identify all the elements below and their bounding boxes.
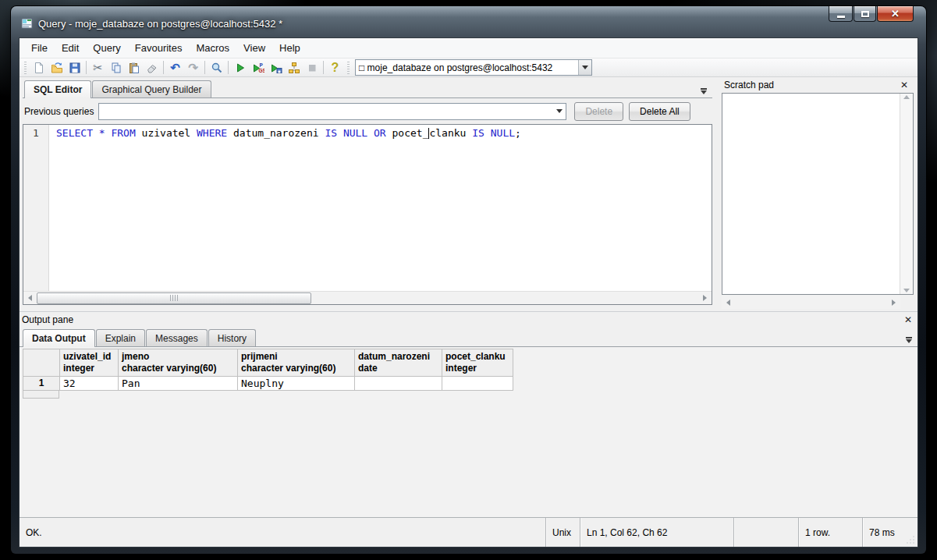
scratch-pad-input[interactable] <box>722 94 900 294</box>
toolbar-separator <box>86 61 87 74</box>
data-output-grid-area: uzivatel_idinteger jmenocharacter varyin… <box>20 347 917 517</box>
checkbox-glyph: □ <box>359 62 364 73</box>
delete-all-button[interactable]: Delete All <box>629 102 690 121</box>
tab-sql-editor[interactable]: SQL Editor <box>24 80 91 98</box>
tab-history[interactable]: History <box>208 329 256 346</box>
save-button[interactable] <box>66 59 83 76</box>
execute-query-button[interactable] <box>231 59 249 76</box>
previous-queries-combo[interactable] <box>98 103 566 120</box>
scratch-pad-title: Scratch pad <box>724 80 898 90</box>
scrollbar-thumb[interactable] <box>37 292 311 304</box>
sql-token: IS NULL OR <box>325 127 392 139</box>
tab-graphical-query-builder[interactable]: Graphical Query Builder <box>92 80 211 97</box>
menu-item-view[interactable]: View <box>236 40 272 56</box>
vertical-splitter[interactable] <box>715 77 722 311</box>
paste-icon <box>128 62 140 74</box>
grid-cell[interactable]: 32 <box>60 377 119 391</box>
clear-window-button[interactable] <box>143 59 161 76</box>
connection-combo-dropdown[interactable] <box>578 60 591 75</box>
menu-item-help[interactable]: Help <box>272 40 307 56</box>
tab-list-button[interactable] <box>698 88 709 94</box>
tab-list-button[interactable] <box>903 337 914 343</box>
redo-icon: ↷ <box>188 62 198 73</box>
execute-pgscript-button[interactable]: PGS <box>249 59 267 76</box>
grid-cell[interactable] <box>355 377 442 391</box>
arrow-right-icon <box>892 299 896 306</box>
sql-editor[interactable]: SELECT * FROM uzivatel WHERE datum_naroz… <box>49 125 712 291</box>
status-file-format: Unix <box>545 518 580 547</box>
toolbar-separator <box>163 61 164 74</box>
delete-button[interactable]: Delete <box>574 102 623 121</box>
find-icon <box>211 62 223 74</box>
status-message: OK. <box>20 518 545 547</box>
chevron-down-icon <box>556 109 563 113</box>
sql-token: pocet_ <box>392 127 429 139</box>
output-pane-close-button[interactable]: ✕ <box>902 315 914 324</box>
menu-item-file[interactable]: File <box>24 40 55 56</box>
sql-token: SELECT * FROM <box>56 127 142 139</box>
status-row-count: 1 row. <box>798 518 862 547</box>
chevron-down-icon <box>701 90 707 94</box>
grid-header-row: uzivatel_idinteger jmenocharacter varyin… <box>23 349 513 377</box>
arrow-left-icon <box>726 299 730 306</box>
window-icon <box>21 17 34 30</box>
scroll-left-button[interactable] <box>722 296 735 309</box>
column-header[interactable]: pocet_clankuinteger <box>442 349 513 377</box>
column-header[interactable]: jmenocharacter varying(60) <box>119 349 238 377</box>
redo-button[interactable]: ↷ <box>184 59 202 76</box>
title-bar[interactable]: Query - moje_databaze on postgres@localh… <box>11 6 926 37</box>
scroll-right-button[interactable] <box>887 296 900 309</box>
chevron-down-icon <box>906 339 912 343</box>
editor-horizontal-scrollbar[interactable] <box>23 291 712 304</box>
scratch-pad-pane: Scratch pad ✕ <box>722 77 916 311</box>
paste-button[interactable] <box>125 59 143 76</box>
result-grid: uzivatel_idinteger jmenocharacter varyin… <box>23 349 513 391</box>
close-button[interactable]: ✕ <box>877 6 914 22</box>
sql-editor-frame: 1 SELECT * FROM uzivatel WHERE datum_nar… <box>23 124 712 305</box>
tab-data-output[interactable]: Data Output <box>23 329 95 347</box>
toolbar-grip[interactable] <box>347 62 350 74</box>
window-title: Query - moje_databaze on postgres@localh… <box>38 18 282 30</box>
menu-item-macros[interactable]: Macros <box>189 40 236 56</box>
copy-button[interactable] <box>107 59 125 76</box>
column-header[interactable]: datum_narozenidate <box>355 349 442 377</box>
scratch-pad-horizontal-scrollbar[interactable] <box>722 296 900 309</box>
row-number-cell[interactable]: 1 <box>23 377 60 391</box>
explain-query-button[interactable] <box>285 59 303 76</box>
tab-explain[interactable]: Explain <box>96 329 145 346</box>
scratch-pad-vertical-scrollbar[interactable] <box>900 94 913 294</box>
find-button[interactable] <box>208 59 225 76</box>
chevron-down-icon <box>582 66 588 69</box>
previous-queries-dropdown[interactable] <box>552 104 566 119</box>
menu-item-edit[interactable]: Edit <box>55 40 86 56</box>
undo-button[interactable]: ↶ <box>166 59 184 76</box>
sql-token: uzivatel <box>142 127 197 139</box>
resize-grip[interactable] <box>906 535 915 544</box>
cancel-query-button[interactable] <box>303 59 321 76</box>
grid-cell[interactable]: Pan <box>119 377 238 391</box>
maximize-button[interactable] <box>854 6 876 22</box>
scroll-left-button[interactable] <box>23 292 37 305</box>
new-file-button[interactable] <box>30 59 48 76</box>
grid-cell[interactable] <box>442 377 513 391</box>
scratch-pad-close-button[interactable]: ✕ <box>898 80 910 90</box>
client-area: File Edit Query Favourites Macros View H… <box>19 37 918 548</box>
cut-button[interactable]: ✂ <box>89 59 107 76</box>
execute-to-file-button[interactable] <box>267 59 285 76</box>
save-icon <box>69 62 81 74</box>
menu-item-favourites[interactable]: Favourites <box>128 40 190 56</box>
grid-corner-cell[interactable] <box>23 349 60 377</box>
column-header[interactable]: uzivatel_idinteger <box>60 349 119 377</box>
toolbar-grip[interactable] <box>24 62 27 74</box>
connection-combo[interactable]: □ moje_databaze on postgres@localhost:54… <box>355 59 592 76</box>
previous-queries-row: Previous queries Delete Delete All <box>23 98 712 124</box>
column-header[interactable]: prijmenicharacter varying(60) <box>238 349 355 377</box>
minimize-button[interactable] <box>829 6 853 22</box>
open-file-button[interactable] <box>48 59 66 76</box>
status-blank-segment <box>733 518 798 547</box>
menu-item-query[interactable]: Query <box>86 40 127 56</box>
grid-cell[interactable]: Neuplny <box>238 377 355 391</box>
help-button[interactable]: ? <box>326 59 344 76</box>
tab-messages[interactable]: Messages <box>146 329 208 346</box>
scroll-right-button[interactable] <box>698 292 712 305</box>
